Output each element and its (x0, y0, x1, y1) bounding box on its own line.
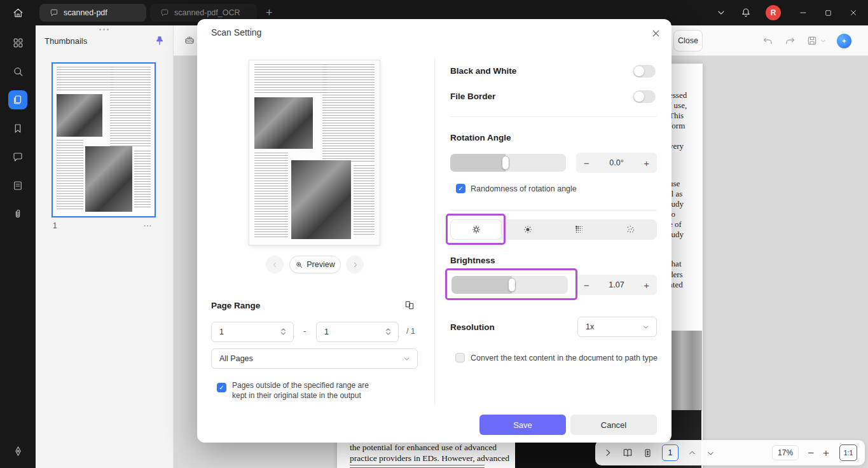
text-block (57, 67, 114, 91)
brightness-value: 1.07 (609, 280, 624, 289)
doc-text-clipped (350, 465, 485, 468)
close-document-button[interactable]: Close (673, 30, 703, 52)
chevron-down-icon (403, 355, 411, 363)
contrast-effect-button[interactable] (502, 219, 553, 240)
window-close-icon[interactable] (849, 8, 858, 17)
resolution-label: Resolution (450, 322, 495, 332)
halftone-effect-button[interactable] (554, 219, 605, 240)
cancel-button[interactable]: Cancel (570, 415, 657, 435)
preview-next-button[interactable] (346, 256, 364, 273)
black-and-white-toggle[interactable] (633, 65, 656, 78)
thumbnail-image (53, 64, 155, 216)
doc-text-fragment: f use, (669, 100, 687, 111)
minimize-icon[interactable] (799, 8, 808, 17)
rotation-decrease-button[interactable]: − (584, 158, 589, 169)
preview-prev-button[interactable] (266, 256, 284, 273)
effect-selector (450, 219, 657, 240)
spinner-icon[interactable] (385, 327, 391, 336)
sidebar-item-thumbnails[interactable] (8, 90, 27, 109)
chevron-down-icon[interactable] (716, 8, 726, 18)
bookmark-icon (12, 123, 24, 134)
brightness-effect-button[interactable] (450, 219, 502, 240)
zoom-level[interactable]: 17% (772, 445, 799, 460)
panel-drag-handle-icon[interactable] (99, 29, 101, 31)
range-dash: - (303, 326, 306, 336)
brightness-label: Brightness (450, 256, 495, 265)
ai-assistant-icon[interactable] (837, 34, 851, 48)
page-range-icon[interactable] (404, 299, 415, 311)
text-block (134, 151, 151, 209)
zoom-in-button[interactable]: + (823, 448, 829, 458)
page-number-input[interactable]: 1 (662, 444, 679, 461)
rotation-angle-slider[interactable] (450, 154, 566, 172)
new-tab-button[interactable]: + (266, 7, 273, 18)
preview-button[interactable]: Preview (289, 256, 341, 273)
rotation-value: 0.0° (609, 158, 623, 167)
brightness-stepper: − 1.07 + (576, 275, 657, 295)
keep-original-note: Pages outside of the specified range are… (232, 380, 369, 401)
document-photo (669, 331, 702, 411)
black-and-white-label: Black and White (450, 66, 516, 76)
next-page-icon[interactable] (706, 448, 715, 458)
text-block (110, 67, 151, 148)
randomness-label: Randomness of rotation angle (471, 184, 577, 193)
pages-copy-icon (12, 94, 24, 106)
pin-icon[interactable] (154, 35, 165, 46)
sidebar-item-comments[interactable] (8, 148, 27, 167)
save-disk-icon[interactable] (806, 35, 818, 46)
zoom-out-button[interactable]: − (808, 448, 814, 458)
scan-preview-image (249, 60, 380, 245)
comment-icon (12, 151, 24, 163)
brightness-slider[interactable] (451, 276, 568, 294)
scroll-mode-icon[interactable] (642, 448, 653, 458)
sidebar-item-bookmarks[interactable] (8, 119, 27, 138)
resolution-select[interactable]: 1x (577, 317, 657, 337)
sidebar-item-notes[interactable] (8, 176, 27, 195)
sidebar-item-signature[interactable] (8, 441, 27, 460)
undo-icon[interactable] (762, 35, 774, 47)
sidebar (0, 25, 36, 468)
sidebar-item-attachments[interactable] (8, 205, 27, 224)
document-tab-icon (50, 8, 59, 17)
toolbar-partial-icon[interactable] (183, 33, 196, 46)
tab-scanned-pdf[interactable]: scanned-pdf (39, 4, 146, 22)
doc-text-line: practice providers in EDs. However, adva… (350, 453, 509, 464)
maximize-icon[interactable] (824, 9, 832, 17)
expand-chevron-icon[interactable] (603, 448, 613, 458)
reading-mode-icon[interactable] (622, 447, 633, 458)
redo-icon[interactable] (784, 35, 796, 47)
thumbnail-more-button[interactable]: … (143, 218, 153, 228)
chevron-down-icon[interactable] (820, 38, 827, 45)
statusbar: 1 17% − + 1:1 (595, 440, 865, 465)
noise-effect-button[interactable] (605, 219, 657, 240)
sidebar-item-apps[interactable] (8, 33, 27, 52)
dialog-title: Scan Setting (211, 27, 261, 38)
tab-label: scanned-pdf_OCR (174, 8, 240, 17)
convert-to-path-checkbox[interactable] (455, 353, 465, 362)
page-thumbnail[interactable] (53, 64, 155, 216)
randomness-checkbox[interactable] (456, 184, 465, 193)
user-avatar[interactable]: R (766, 5, 781, 20)
file-border-toggle[interactable] (633, 90, 656, 103)
brightness-increase-button[interactable]: + (644, 280, 649, 291)
photo-block (254, 97, 313, 149)
previous-page-icon[interactable] (687, 448, 697, 458)
sidebar-item-search[interactable] (8, 62, 27, 81)
thumbnails-panel-title: Thumbnails (45, 36, 87, 46)
page-range-select[interactable]: All Pages (211, 348, 418, 369)
rotation-increase-button[interactable]: + (644, 158, 649, 169)
spinner-icon[interactable] (280, 327, 286, 336)
page-range-title: Page Range (211, 301, 260, 310)
notification-bell-icon[interactable] (740, 7, 752, 18)
actual-size-button[interactable]: 1:1 (839, 444, 857, 461)
photo-block (85, 146, 132, 212)
text-block (254, 64, 327, 93)
chevron-right-icon (351, 261, 359, 269)
home-button[interactable] (0, 7, 36, 19)
sun-filled-icon (522, 224, 534, 235)
photo-block (291, 160, 351, 240)
dialog-close-icon[interactable] (651, 28, 661, 39)
keep-original-checkbox[interactable] (217, 383, 226, 392)
save-button[interactable]: Save (479, 415, 566, 435)
brightness-decrease-button[interactable]: − (584, 280, 589, 291)
